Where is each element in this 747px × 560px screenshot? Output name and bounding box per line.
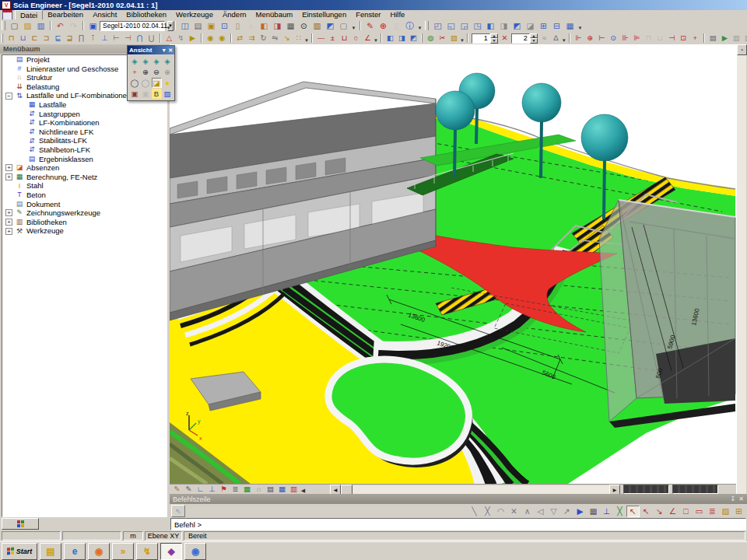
book-icon[interactable]: ▥ [310, 20, 324, 32]
member-wall-icon[interactable]: ⊒ [64, 33, 75, 44]
toolbar-overflow-icon[interactable]: ▼ [460, 33, 465, 44]
hscroll-right-icon[interactable]: ▶ [609, 485, 620, 495]
tree-item[interactable]: ⇵Stabilitäts-LFK [2, 136, 167, 145]
array-icon[interactable]: ∷ [293, 33, 304, 44]
paperclip-icon[interactable]: ⊡ [218, 20, 231, 32]
snap-tri-left-icon[interactable]: ◁ [534, 506, 547, 517]
weld-icon[interactable]: ✕ [499, 33, 510, 44]
status-plane[interactable]: Ebene XY [145, 531, 182, 541]
spinner-arrows[interactable]: ▲▼ [490, 33, 498, 44]
table-compose-icon[interactable]: ◫ [178, 20, 191, 32]
stretch-icon[interactable]: ↘ [281, 33, 293, 44]
undo-icon[interactable]: ↶ [54, 20, 67, 32]
wireframe-toggle-icon[interactable]: ◪ [152, 78, 162, 88]
3d-viewport[interactable]: 13600 19200 5600 [170, 44, 736, 484]
menu-datei[interactable]: Datei [15, 10, 43, 20]
taskbar-explorer-button[interactable]: ▤ [40, 543, 61, 560]
document-icon[interactable]: ▢ [337, 20, 350, 32]
member-1d-icon[interactable]: ⊓ [5, 33, 17, 44]
scale-spinner-1-value[interactable] [472, 33, 490, 44]
view-params2-icon[interactable]: ▣ [141, 89, 151, 99]
pin-icon[interactable]: ↧ [731, 495, 736, 502]
visible-icon[interactable]: ◉ [205, 33, 216, 44]
save-icon[interactable]: ▥ [34, 20, 47, 32]
snap-perpendicular-icon[interactable]: ↘ [653, 506, 666, 517]
tree-item[interactable]: ▦Lastfälle [2, 100, 167, 110]
layer-icon[interactable]: ≈ [538, 33, 550, 44]
zoom-window-icon[interactable]: ⊕ [163, 67, 173, 77]
snap-orthogonal-icon[interactable]: □ [679, 506, 693, 517]
win-cascade-icon[interactable]: ◰ [431, 20, 444, 32]
zoom-out-icon[interactable]: ⊖ [152, 67, 162, 77]
view-axo-icon[interactable]: ◈ [130, 56, 140, 66]
rotate-icon[interactable]: ↻ [258, 33, 269, 44]
angle-icon[interactable]: ∠ [362, 33, 374, 44]
pane-left-icon[interactable]: ◧ [384, 33, 396, 44]
result-v-icon[interactable]: ⊕ [584, 33, 596, 44]
taskbar-scia-button[interactable]: ◆ [160, 543, 182, 560]
images-icon[interactable]: ◩ [324, 20, 337, 32]
member-rib-icon[interactable]: ⊐ [40, 33, 52, 44]
window-new-icon[interactable]: ◨ [271, 20, 284, 32]
cursor-mode-icon[interactable]: ⇖ [171, 505, 185, 517]
mirror-icon[interactable]: ⇋ [269, 33, 281, 44]
win-left-icon[interactable]: ◧ [484, 20, 497, 32]
member-opening-icon[interactable]: ⊺ [87, 33, 99, 44]
expand-icon[interactable]: + [5, 164, 12, 171]
close-icon[interactable]: ✕ [168, 47, 173, 53]
select-line-icon[interactable]: ↯ [175, 33, 187, 44]
snap-line-icon[interactable]: ╲ [468, 506, 481, 517]
open-folder-icon[interactable]: ▨ [21, 20, 34, 32]
zoom-plus-icon[interactable]: ⊕ [377, 20, 390, 32]
member-load-icon[interactable]: ⋃ [146, 33, 157, 44]
win-right-icon[interactable]: ◨ [497, 20, 510, 32]
print-preview-icon[interactable]: ▤ [191, 20, 205, 32]
snap-arc-icon[interactable]: ◠ [494, 506, 507, 517]
result-center-icon[interactable]: + [689, 33, 701, 44]
pen-red-icon[interactable]: ✎ [363, 20, 377, 32]
tree-item[interactable]: IStahl [2, 181, 167, 191]
member-beam-icon[interactable]: ⊏ [29, 33, 40, 44]
member-node-icon[interactable]: ⊢ [110, 33, 122, 44]
stop-icon[interactable]: ● [244, 20, 258, 32]
toolbar-overflow-icon[interactable]: ▼ [416, 20, 423, 32]
menu--ndern[interactable]: Ändern [218, 10, 251, 19]
toolbar-overflow-icon[interactable]: ▼ [374, 33, 378, 44]
snap-node-icon[interactable]: ↖ [626, 506, 640, 517]
menu-fenster[interactable]: Fenster [351, 10, 385, 19]
member-column-icon[interactable]: ⊔ [17, 33, 29, 44]
ucs-axes-icon[interactable]: + [130, 67, 140, 77]
snap-length-icon[interactable]: ≣ [706, 506, 719, 517]
chevron-down-icon[interactable]: ▼ [161, 47, 167, 53]
menubaum-tree[interactable]: ▤Projekt#Linienraster und Geschosse⌂Stru… [2, 54, 167, 517]
menu-men-baum[interactable]: Menübaum [251, 10, 298, 19]
snap-settings-icon[interactable]: ⊞ [732, 506, 745, 517]
result-combi-icon[interactable]: ⊣ [666, 33, 678, 44]
expand-icon[interactable]: + [5, 219, 12, 226]
result-influence-icon[interactable]: ⊓ [643, 33, 654, 44]
tree-item[interactable]: +▥Bibliotheken [2, 218, 167, 227]
snap-peak-icon[interactable]: ∧ [521, 506, 534, 517]
select-arrow-icon[interactable]: ▶ [187, 33, 198, 44]
doc-template2-icon[interactable]: ▥ [742, 33, 747, 44]
export-view-icon[interactable]: ▶ [719, 33, 731, 44]
pane-top-icon[interactable]: ◩ [408, 33, 419, 44]
start-button[interactable]: Start [2, 543, 37, 560]
clipboard-gray-icon[interactable]: ▯ [390, 20, 403, 32]
win-tile-icon[interactable]: ◱ [444, 20, 458, 32]
select-polygon-icon[interactable]: △ [163, 33, 175, 44]
win-grid-icon[interactable]: ▦ [563, 20, 577, 32]
snap-midpoint-icon[interactable]: ↖ [640, 506, 653, 517]
spinner-down-icon[interactable]: ▼ [490, 38, 498, 44]
result-reaction-icon[interactable]: ⊫ [631, 33, 643, 44]
taskbar-ie-button[interactable]: e [64, 543, 86, 560]
snap-green-cross-icon[interactable]: ╳ [613, 506, 626, 517]
tree-item[interactable]: TBeton [2, 191, 167, 200]
tree-item[interactable]: +▦Berechnung, FE-Netz [2, 173, 167, 182]
toolbar-overflow-icon[interactable]: ▼ [562, 33, 566, 44]
redo-icon[interactable]: ↷ [67, 20, 80, 32]
menu-werkzeuge[interactable]: Werkzeuge [171, 10, 218, 19]
save-view-icon[interactable]: ▤ [707, 33, 719, 44]
tree-item[interactable]: ⇵LF-Kombinationen [2, 118, 167, 128]
project-combobox[interactable]: Segel1-2010 02.04.11 ▼ [100, 21, 165, 31]
